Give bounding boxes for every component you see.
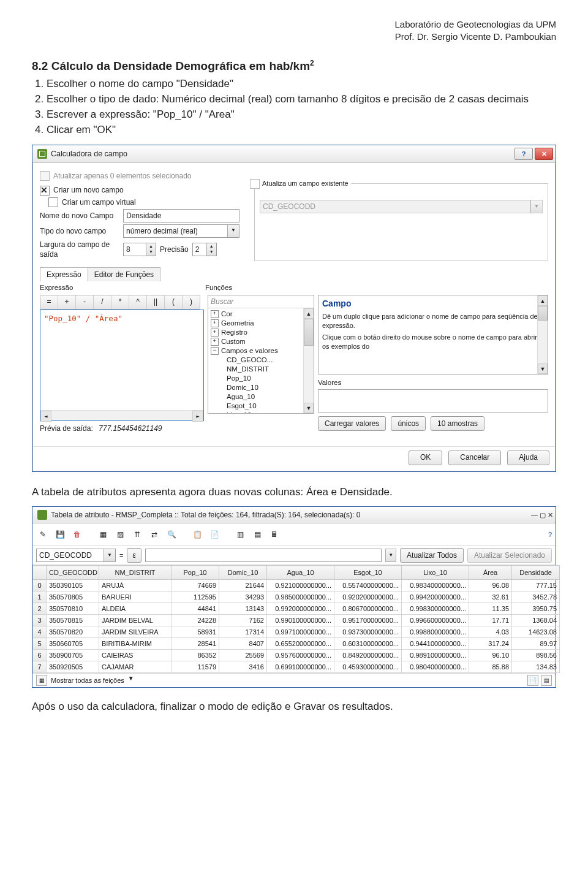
help-link[interactable]: ? xyxy=(548,530,552,539)
column-header[interactable]: Agua_10 xyxy=(267,566,334,580)
op-button[interactable]: - xyxy=(76,295,94,309)
cell: 0.997100000000... xyxy=(267,626,334,638)
attribute-table-window: Tabela de atributo - RMSP_Completa :: To… xyxy=(32,506,556,688)
tree-group[interactable]: +Cor xyxy=(209,310,312,319)
column-header[interactable]: Pop_10 xyxy=(172,566,219,580)
tree-leaf[interactable]: Esgot_10 xyxy=(209,401,312,411)
op-button[interactable]: + xyxy=(58,295,76,309)
tree-leaf[interactable]: CD_GEOCO... xyxy=(209,356,312,365)
help-button[interactable]: Ajuda xyxy=(507,451,549,465)
zoom-icon[interactable]: 🔍 xyxy=(165,528,178,541)
dialog-title: Calculadora de campo xyxy=(51,149,514,159)
chevron-down-icon[interactable]: ▼ xyxy=(385,549,396,562)
minimize-button[interactable]: — xyxy=(531,511,538,520)
new-field-type-select[interactable]: número decimal (real)▼ xyxy=(123,224,239,238)
unique-values-button[interactable]: únicos xyxy=(391,416,426,431)
tree-leaf[interactable]: Lixo_10 xyxy=(209,411,312,413)
table-row[interactable]: 7350920505CAJAMAR1157934160.699100000000… xyxy=(33,661,560,673)
column-header[interactable]: NM_DISTRIT xyxy=(99,566,172,580)
op-button[interactable]: ) xyxy=(183,295,200,309)
cell: 350390105 xyxy=(47,580,99,591)
table-row[interactable]: 3350570815JARDIM BELVAL2422871620.990100… xyxy=(33,615,560,626)
op-button[interactable]: / xyxy=(94,295,111,309)
cell: 0.980400000000... xyxy=(402,661,469,673)
horizontal-scrollbar[interactable]: ◄► xyxy=(40,410,203,420)
table-view-icon[interactable]: ▤ xyxy=(541,675,552,686)
delete-col-icon[interactable]: ▥ xyxy=(233,528,247,541)
copy-icon[interactable]: 📋 xyxy=(190,528,204,541)
table-row[interactable]: 4350570820JARDIM SILVEIRA58931173140.997… xyxy=(33,626,560,638)
filter-field-select[interactable]: CD_GEOCODD▼ xyxy=(36,549,116,562)
new-field-name-input[interactable]: Densidade xyxy=(123,209,239,223)
column-header[interactable]: CD_GEOCODD xyxy=(47,566,99,580)
cell: 0.985000000000... xyxy=(267,591,334,603)
vertical-scrollbar[interactable]: ▲▼ xyxy=(303,308,314,413)
tree-leaf[interactable]: Pop_10 xyxy=(209,374,312,383)
edit-icon[interactable]: ✎ xyxy=(36,528,50,541)
calc-icon[interactable]: 🖩 xyxy=(268,528,281,541)
filter-expression-input[interactable] xyxy=(145,549,382,562)
table-row[interactable]: 0350390105ARUJÁ74669216440.921000000000.… xyxy=(33,580,560,591)
functions-tree[interactable]: Buscar +Cor+Geometria+Registro+Custom−Ca… xyxy=(208,295,314,414)
tree-group[interactable]: +Geometria xyxy=(209,319,312,328)
tree-leaf[interactable]: NM_DISTRIT xyxy=(209,365,312,374)
cancel-button[interactable]: Cancelar xyxy=(448,451,501,465)
load-values-button[interactable]: Carregar valores xyxy=(318,416,386,431)
column-header[interactable]: Área xyxy=(469,566,512,580)
close-button[interactable]: ✕ xyxy=(535,148,553,160)
update-selected-checkbox xyxy=(40,171,50,181)
show-all-features-label[interactable]: Mostrar todas as feições xyxy=(51,676,124,685)
tree-leaf[interactable]: Domic_10 xyxy=(209,383,312,392)
virtual-field-checkbox[interactable] xyxy=(48,197,58,207)
expression-builder-button[interactable]: ε xyxy=(127,548,141,563)
table-row[interactable]: 5350660705BIRITIBA-MIRIM2854184070.65520… xyxy=(33,638,560,650)
tab-expression[interactable]: Expressão xyxy=(40,267,88,281)
expression-subheader: Expressão xyxy=(40,283,202,292)
new-col-icon[interactable]: ▤ xyxy=(251,528,264,541)
column-header[interactable] xyxy=(33,566,47,580)
output-width-spinner[interactable]: 8▲▼ xyxy=(123,243,156,256)
tree-group[interactable]: +Custom xyxy=(209,337,312,346)
table-row[interactable]: 6350900705CAIEIRAS86352255690.9576000000… xyxy=(33,650,560,661)
op-button[interactable]: ^ xyxy=(129,295,147,309)
precision-spinner[interactable]: 2▲▼ xyxy=(192,243,217,256)
op-button[interactable]: = xyxy=(40,295,58,309)
expression-textarea[interactable]: "Pop_10" / "Área" ◄► xyxy=(40,310,204,421)
op-button[interactable]: * xyxy=(111,295,129,309)
close-button[interactable]: ✕ xyxy=(548,511,553,520)
create-new-field-checkbox[interactable] xyxy=(40,186,50,196)
column-header[interactable]: Densidade xyxy=(512,566,560,580)
delete-icon[interactable]: 🗑 xyxy=(70,528,84,541)
invert-icon[interactable]: ⇄ xyxy=(148,528,161,541)
column-header[interactable]: Domic_10 xyxy=(219,566,267,580)
save-icon[interactable]: 💾 xyxy=(53,528,67,541)
filter-icon[interactable]: ▦ xyxy=(36,675,47,686)
column-header[interactable]: Lixo_10 xyxy=(402,566,469,580)
move-top-icon[interactable]: ⇈ xyxy=(130,528,144,541)
help-button[interactable]: ? xyxy=(514,148,533,160)
paste-icon[interactable]: 📄 xyxy=(208,528,221,541)
cell: 34293 xyxy=(219,591,267,603)
tree-group[interactable]: +Registro xyxy=(209,328,312,337)
search-input[interactable]: Buscar xyxy=(208,295,314,308)
column-header[interactable]: Esgot_10 xyxy=(334,566,402,580)
form-view-icon[interactable]: 📄 xyxy=(527,675,538,686)
cell: JARDIM SILVEIRA xyxy=(99,626,172,638)
tab-function-editor[interactable]: Editor de Funções xyxy=(88,267,160,281)
tree-leaf[interactable]: Agua_10 xyxy=(209,392,312,401)
tree-group[interactable]: −Campos e valores xyxy=(209,346,312,356)
table-row[interactable]: 1350570805BARUERI112595342930.9850000000… xyxy=(33,591,560,603)
maximize-button[interactable]: ▢ xyxy=(540,511,546,520)
op-button[interactable]: ( xyxy=(165,295,183,309)
sample-values-button[interactable]: 10 amostras xyxy=(431,416,484,431)
attribute-table[interactable]: CD_GEOCODDNM_DISTRITPop_10Domic_10Agua_1… xyxy=(32,565,560,673)
ok-button[interactable]: OK xyxy=(409,451,442,465)
plus-icon: + xyxy=(211,310,219,318)
update-selected-button: Atualizar Selecionado xyxy=(467,548,552,563)
op-button[interactable]: || xyxy=(147,295,165,309)
update-all-button[interactable]: Atualizar Todos xyxy=(400,548,464,563)
table-row[interactable]: 2350570810ALDEIA44841131430.992000000000… xyxy=(33,603,560,615)
cell: ARUJÁ xyxy=(99,580,172,591)
unselect-icon[interactable]: ▨ xyxy=(113,528,127,541)
select-icon[interactable]: ▦ xyxy=(96,528,110,541)
